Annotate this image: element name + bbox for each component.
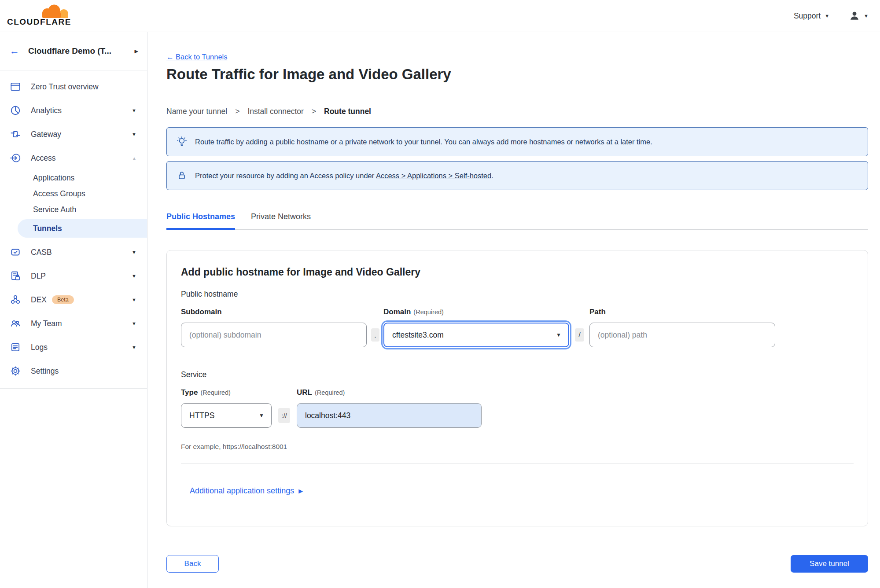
sidebar-item-service-auth[interactable]: Service Auth	[0, 202, 147, 217]
scheme-separator: ://	[278, 408, 290, 423]
sidebar-item-access-groups[interactable]: Access Groups	[0, 186, 147, 202]
team-people-icon	[10, 318, 21, 329]
domain-select-value: cftestsite3.com	[392, 331, 444, 340]
service-type-field: Type(Required) HTTPS ▼	[181, 388, 272, 428]
support-label: Support	[794, 11, 821, 21]
subdomain-input[interactable]	[181, 323, 367, 347]
account-switcher[interactable]: ← Cloudflare Demo (T... ▶	[0, 32, 147, 70]
topbar: CLOUDFLARE Support ▼ ▼	[0, 0, 880, 32]
sidebar-item-analytics[interactable]: Analytics ▼	[0, 99, 147, 122]
subdomain-field: Subdomain	[181, 308, 367, 347]
hostname-network-tabs: Public Hostnames Private Networks	[166, 212, 868, 230]
casb-check-icon	[10, 246, 21, 258]
footer-actions: Back Save tunnel	[166, 555, 868, 573]
gear-icon	[10, 365, 21, 377]
service-type-select[interactable]: HTTPS ▼	[181, 403, 272, 428]
sidebar-item-label: DEX	[31, 295, 47, 305]
sidebar-item-tunnels[interactable]: Tunnels	[18, 219, 147, 238]
chevron-down-icon: ▼	[132, 273, 136, 279]
support-menu[interactable]: Support ▼	[794, 11, 829, 21]
page-title: Route Traffic for Image and Video Galler…	[166, 66, 868, 83]
chevron-down-icon: ▼	[132, 297, 136, 302]
sidebar-item-settings[interactable]: Settings	[0, 359, 147, 383]
sidebar-item-zero-trust-overview[interactable]: Zero Trust overview	[0, 75, 147, 99]
banner-text-suffix: .	[491, 172, 493, 180]
user-menu[interactable]: ▼	[849, 10, 869, 22]
chevron-down-icon: ▼	[132, 108, 136, 113]
sidebar-item-label: Zero Trust overview	[31, 82, 99, 92]
sidebar-item-label: Gateway	[31, 130, 61, 139]
sidebar-subitem-label: Tunnels	[33, 224, 62, 233]
service-type-value: HTTPS	[189, 411, 214, 420]
sidebar-subitem-label: Access Groups	[33, 189, 85, 198]
breadcrumb-separator: >	[235, 107, 239, 116]
browser-window-icon	[10, 81, 21, 92]
user-icon	[849, 10, 860, 22]
banner-text: Protect your resource by adding an Acces…	[195, 172, 493, 180]
required-label: (Required)	[413, 309, 444, 316]
url-label-text: URL	[297, 388, 312, 397]
tab-public-hostnames[interactable]: Public Hostnames	[166, 212, 235, 230]
required-label: (Required)	[315, 389, 345, 396]
public-hostname-label: Public hostname	[181, 290, 854, 299]
sidebar-item-casb[interactable]: CASB ▼	[0, 240, 147, 264]
subdomain-label: Subdomain	[181, 308, 367, 316]
main-content: ← Back to Tunnels Route Traffic for Imag…	[148, 32, 880, 588]
chevron-down-icon: ▼	[556, 332, 561, 338]
url-label: URL(Required)	[297, 388, 482, 397]
breadcrumb-separator: >	[312, 107, 316, 116]
info-banner-route-traffic: Route traffic by adding a public hostnam…	[166, 127, 868, 156]
sidebar-item-label: Access	[31, 154, 55, 163]
sidebar-item-access[interactable]: Access ▲	[0, 146, 147, 170]
back-to-tunnels-link[interactable]: ← Back to Tunnels	[166, 53, 228, 61]
gateway-icon	[10, 129, 21, 140]
chevron-down-icon: ▼	[132, 321, 136, 326]
sidebar-subitem-label: Applications	[33, 173, 74, 183]
type-label: Type(Required)	[181, 388, 272, 397]
chevron-up-icon: ▲	[132, 156, 136, 161]
dot-separator: .	[371, 328, 379, 342]
account-name: Cloudflare Demo (T...	[28, 46, 111, 56]
back-button[interactable]: Back	[166, 555, 219, 573]
step-route-tunnel: Route tunnel	[324, 107, 371, 116]
chevron-right-icon: ▶	[298, 488, 303, 494]
wizard-steps: Name your tunnel > Install connector > R…	[166, 107, 868, 116]
sidebar-item-label: Settings	[31, 367, 59, 376]
lightbulb-icon	[176, 136, 188, 147]
sidebar-item-dex[interactable]: DEX Beta ▼	[0, 288, 147, 312]
path-input[interactable]	[589, 323, 775, 347]
sidebar-item-label: Logs	[31, 343, 48, 352]
sidebar-item-logs[interactable]: Logs ▼	[0, 335, 147, 359]
service-label: Service	[181, 370, 854, 379]
hostname-field-row: Subdomain . Domain(Required) cftestsite3…	[181, 308, 854, 347]
step-install-connector: Install connector	[247, 107, 303, 116]
domain-label-text: Domain	[383, 308, 411, 316]
logs-list-icon	[10, 342, 21, 353]
additional-application-settings-link[interactable]: Additional application settings ▶	[190, 486, 303, 496]
domain-select[interactable]: cftestsite3.com ▼	[383, 323, 569, 347]
card-divider	[181, 463, 854, 463]
access-applications-self-hosted-link[interactable]: Access > Applications > Self-hosted	[376, 172, 491, 180]
sidebar-item-label: Analytics	[31, 106, 62, 115]
sidebar-item-label: CASB	[31, 248, 52, 257]
sidebar-item-label: My Team	[31, 319, 62, 328]
info-banner-access-policy: Protect your resource by adding an Acces…	[166, 161, 868, 190]
service-url-field: URL(Required)	[297, 388, 482, 428]
zero-trust-dashboard: CLOUDFLARE Support ▼ ▼ ← Cloudflare Demo…	[0, 0, 880, 588]
service-url-input[interactable]	[297, 403, 482, 428]
tab-private-networks[interactable]: Private Networks	[251, 212, 311, 230]
sidebar-item-applications[interactable]: Applications	[0, 170, 147, 186]
back-arrow-icon: ←	[10, 46, 19, 56]
save-tunnel-button[interactable]: Save tunnel	[791, 555, 868, 573]
sidebar-item-my-team[interactable]: My Team ▼	[0, 312, 147, 335]
additional-settings-label: Additional application settings	[190, 486, 294, 496]
chevron-right-icon: ▶	[135, 48, 138, 54]
domain-field: Domain(Required) cftestsite3.com ▼	[383, 308, 569, 347]
sidebar-item-gateway[interactable]: Gateway ▼	[0, 122, 147, 146]
add-public-hostname-card: Add public hostname for Image and Video …	[166, 250, 868, 526]
lock-icon	[176, 170, 188, 181]
domain-label: Domain(Required)	[383, 308, 569, 316]
sidebar-item-dlp[interactable]: DLP ▼	[0, 264, 147, 288]
type-label-text: Type	[181, 388, 198, 397]
cloudflare-logo[interactable]: CLOUDFLARE	[7, 3, 77, 29]
